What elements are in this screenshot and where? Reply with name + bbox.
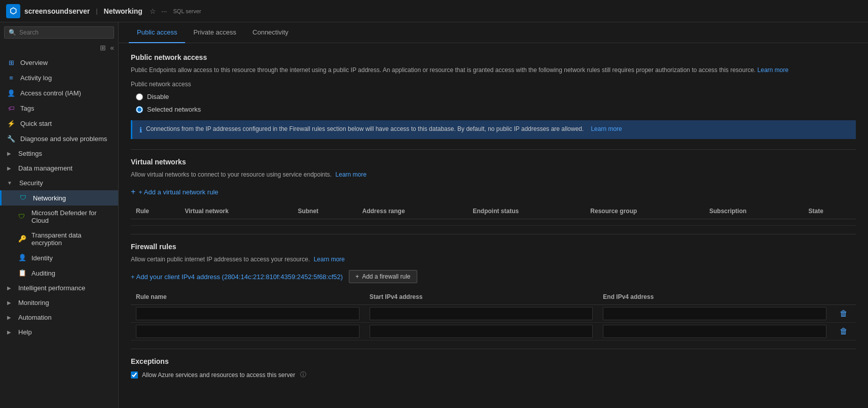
vnet-col-virtual-network: Virtual network <box>179 203 293 219</box>
sidebar-item-overview[interactable]: ⊞ Overview <box>0 55 118 70</box>
monitoring-chevron: ▶ <box>7 300 11 305</box>
sidebar-section-help[interactable]: ▶ Help <box>0 325 118 339</box>
allow-azure-services-row: Allow Azure services and resources to ac… <box>131 370 856 379</box>
fw-rule-name-cell-2[interactable] <box>131 323 365 341</box>
expand-icon[interactable]: ⊞ <box>100 44 106 52</box>
sidebar-label-diagnose: Diagnose and solve problems <box>20 135 107 143</box>
sidebar-item-access-control[interactable]: 👤 Access control (IAM) <box>0 85 118 100</box>
sidebar-section-security[interactable]: ▼ Security <box>0 176 118 190</box>
add-virtual-network-rule-button[interactable]: + + Add a virtual network rule <box>131 185 219 198</box>
sidebar-section-data-management[interactable]: ▶ Data management <box>0 161 118 176</box>
vnet-col-resource-group: Resource group <box>585 203 704 219</box>
page-title: Networking <box>104 7 142 15</box>
settings-chevron: ▶ <box>7 151 11 156</box>
sidebar-item-quick-start[interactable]: ⚡ Quick start <box>0 116 118 131</box>
fw-col-end-ip: End IPv4 address <box>598 289 831 305</box>
fw-end-ip-input-2[interactable] <box>603 325 826 338</box>
radio-disable-label: Disable <box>147 93 169 100</box>
fw-delete-cell-1: 🗑 <box>831 305 856 323</box>
sidebar-item-tags[interactable]: 🏷 Tags <box>0 100 118 116</box>
more-options-icon[interactable]: ··· <box>161 7 167 15</box>
sidebar: 🔍 ⊞ « ⊞ Overview ≡ Activity log 👤 Access… <box>0 22 119 408</box>
sidebar-item-activity-log[interactable]: ≡ Activity log <box>0 70 118 85</box>
fw-start-ip-input-2[interactable] <box>370 325 593 338</box>
fw-end-ip-cell-2[interactable] <box>598 323 831 341</box>
public-network-sub-label: Public network access <box>131 81 856 88</box>
top-header: ⬡ screensoundserver | Networking ☆ ··· S… <box>0 0 868 22</box>
favorite-icon[interactable]: ☆ <box>150 7 156 15</box>
sidebar-item-diagnose[interactable]: 🔧 Diagnose and solve problems <box>0 131 118 146</box>
firewall-rules-learn-more-link[interactable]: Learn more <box>314 256 345 263</box>
sidebar-label-settings: Settings <box>18 150 42 157</box>
allow-azure-services-checkbox[interactable] <box>131 371 138 379</box>
vnet-col-rule: Rule <box>131 203 179 219</box>
firewall-rules-desc: Allow certain public internet IP address… <box>131 255 856 264</box>
sidebar-section-monitoring[interactable]: ▶ Monitoring <box>0 295 118 310</box>
content-inner: Public network access Public Endpoints a… <box>119 43 868 408</box>
sidebar-section-settings[interactable]: ▶ Settings <box>0 146 118 161</box>
sidebar-section-intelligent-perf[interactable]: ▶ Intelligent performance <box>0 281 118 295</box>
virtual-networks-desc: Allow virtual networks to connect to you… <box>131 170 856 179</box>
sidebar-label-identity: Identity <box>31 254 53 262</box>
tde-icon: 🔑 <box>18 235 26 243</box>
overview-icon: ⊞ <box>7 58 15 66</box>
sidebar-label-tde: Transparent data encryption <box>31 231 111 247</box>
fw-rule-name-cell-1[interactable] <box>131 305 365 323</box>
sidebar-item-defender[interactable]: 🛡 Microsoft Defender for Cloud <box>0 206 118 228</box>
sidebar-item-networking[interactable]: 🛡 Networking <box>0 190 118 206</box>
search-input[interactable] <box>19 29 110 36</box>
quick-start-icon: ⚡ <box>7 119 15 127</box>
tags-icon: 🏷 <box>7 104 15 112</box>
sidebar-item-tde[interactable]: 🔑 Transparent data encryption <box>0 228 118 250</box>
divider-3 <box>131 349 856 349</box>
identity-icon: 👤 <box>18 254 26 262</box>
fw-start-ip-input-1[interactable] <box>370 307 593 320</box>
public-network-access-desc: Public Endpoints allow access to this re… <box>131 65 856 75</box>
fw-rule-name-input-1[interactable] <box>136 307 359 320</box>
search-box[interactable]: 🔍 <box>4 26 114 39</box>
virtual-networks-learn-more-link[interactable]: Learn more <box>336 171 367 178</box>
radio-selected-networks-label: Selected networks <box>147 106 201 113</box>
collapse-icon[interactable]: « <box>110 44 114 52</box>
public-network-learn-more-link[interactable]: Learn more <box>757 66 788 74</box>
fw-delete-cell-2: 🗑 <box>831 323 856 341</box>
sidebar-label-networking: Networking <box>33 194 66 202</box>
add-firewall-rule-button[interactable]: + Add a firewall rule <box>349 270 417 283</box>
fw-end-ip-input-1[interactable] <box>603 307 826 320</box>
public-network-access-title: Public network access <box>131 53 856 61</box>
fw-col-actions <box>831 289 856 305</box>
content-area: Public access Private access Connectivit… <box>119 22 868 408</box>
divider-1 <box>131 149 856 150</box>
fw-delete-button-2[interactable]: 🗑 <box>837 327 851 336</box>
tabs-bar: Public access Private access Connectivit… <box>119 22 868 43</box>
fw-start-ip-cell-2[interactable] <box>365 323 598 341</box>
fw-col-rule-name: Rule name <box>131 289 365 305</box>
add-client-ipv4-button[interactable]: + Add your client IPv4 address (2804:14c… <box>131 271 343 283</box>
sidebar-label-monitoring: Monitoring <box>18 299 49 307</box>
exceptions-title: Exceptions <box>131 357 856 365</box>
fw-start-ip-cell-1[interactable] <box>365 305 598 323</box>
public-access-radio-group: Disable Selected networks <box>136 93 856 113</box>
sidebar-section-automation[interactable]: ▶ Automation <box>0 310 118 325</box>
sidebar-item-auditing[interactable]: 📋 Auditing <box>0 265 118 281</box>
vnet-col-address-range: Address range <box>357 203 468 219</box>
radio-disable[interactable]: Disable <box>136 93 856 100</box>
info-learn-more-link[interactable]: Learn more <box>591 125 622 132</box>
sidebar-item-identity[interactable]: 👤 Identity <box>0 250 118 265</box>
fw-col-start-ip: Start IPv4 address <box>365 289 598 305</box>
sidebar-label-access-control: Access control (IAM) <box>20 89 81 97</box>
radio-selected-networks[interactable]: Selected networks <box>136 106 856 113</box>
tab-connectivity[interactable]: Connectivity <box>244 22 297 43</box>
sidebar-label-security: Security <box>19 179 43 187</box>
vnet-empty-row <box>131 219 856 226</box>
tab-private-access[interactable]: Private access <box>185 22 244 43</box>
sidebar-label-automation: Automation <box>18 314 52 321</box>
fw-delete-button-1[interactable]: 🗑 <box>837 309 851 318</box>
networking-icon: 🛡 <box>20 194 28 202</box>
resource-name: screensoundserver <box>24 7 90 15</box>
fw-rule-name-input-2[interactable] <box>136 325 359 338</box>
add-virtual-network-rule-label: + Add a virtual network rule <box>138 188 218 196</box>
tab-public-access[interactable]: Public access <box>129 22 185 43</box>
help-chevron: ▶ <box>7 329 11 335</box>
fw-end-ip-cell-1[interactable] <box>598 305 831 323</box>
